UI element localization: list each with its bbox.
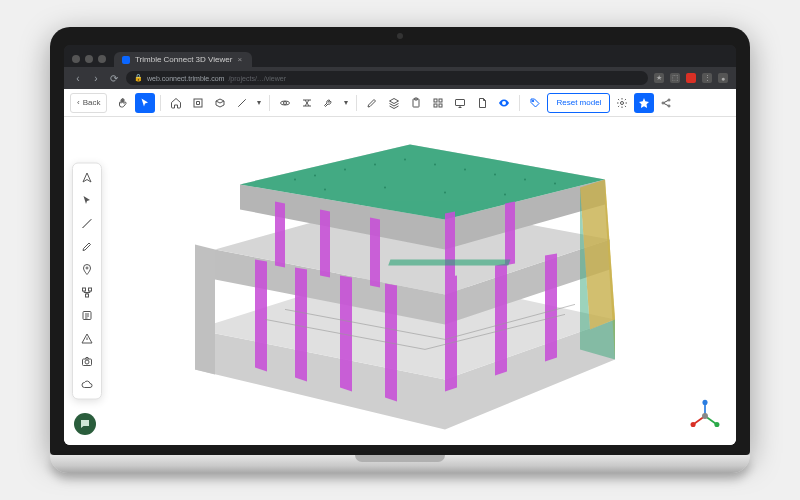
help-chat-icon[interactable]: [74, 413, 96, 435]
svg-point-27: [434, 163, 436, 165]
url-field[interactable]: 🔒 web.connect.trimble.com /projects/…/vi…: [126, 71, 648, 85]
svg-point-12: [662, 102, 664, 104]
browser-address-bar: ‹ › ⟳ 🔒 web.connect.trimble.com /project…: [64, 67, 736, 89]
svg-marker-46: [275, 201, 285, 267]
tab-favicon-icon: [122, 56, 130, 64]
laptop-mockup: Trimble Connect 3D Viewer × ‹ › ⟳ 🔒 web.…: [50, 27, 750, 473]
orbit-icon[interactable]: [275, 93, 295, 113]
svg-point-63: [85, 360, 89, 364]
favorite-icon[interactable]: [634, 93, 654, 113]
svg-rect-59: [89, 288, 92, 291]
svg-rect-6: [439, 99, 442, 102]
chevron-down-icon[interactable]: ▾: [254, 93, 264, 113]
window-controls[interactable]: [72, 55, 106, 63]
svg-rect-55: [388, 259, 510, 265]
hand-icon[interactable]: [113, 93, 133, 113]
markup-pen-icon[interactable]: [76, 236, 98, 258]
svg-point-13: [668, 99, 670, 101]
forward-icon[interactable]: ›: [90, 73, 102, 84]
home-icon[interactable]: [166, 93, 186, 113]
svg-marker-44: [495, 263, 507, 375]
model-point-cloud: [145, 117, 655, 439]
svg-point-35: [504, 193, 506, 195]
svg-point-24: [344, 168, 346, 170]
svg-rect-0: [194, 99, 202, 107]
url-host: web.connect.trimble.com: [147, 75, 224, 82]
fit-to-view-icon[interactable]: [188, 93, 208, 113]
issue-pin-icon[interactable]: [76, 259, 98, 281]
navigate-icon[interactable]: [76, 167, 98, 189]
svg-rect-8: [439, 104, 442, 107]
grid-icon[interactable]: [428, 93, 448, 113]
svg-point-33: [384, 186, 386, 188]
close-tab-icon[interactable]: ×: [237, 55, 242, 64]
browser-tabstrip: Trimble Connect 3D Viewer ×: [64, 45, 736, 67]
chevron-left-icon: ‹: [77, 98, 80, 107]
back-button[interactable]: ‹ Back: [70, 93, 107, 113]
svg-point-30: [524, 178, 526, 180]
svg-marker-48: [370, 217, 380, 287]
svg-point-29: [494, 173, 496, 175]
svg-point-26: [404, 158, 406, 160]
clipboard-icon[interactable]: [406, 93, 426, 113]
lock-icon: 🔒: [134, 74, 143, 82]
camera-icon[interactable]: [76, 351, 98, 373]
markup-icon[interactable]: [362, 93, 382, 113]
extension-icon[interactable]: [686, 73, 696, 83]
axes-gizmo[interactable]: [688, 399, 722, 433]
model-tree-icon[interactable]: [76, 282, 98, 304]
properties-icon[interactable]: [76, 305, 98, 327]
reload-icon[interactable]: ⟳: [108, 73, 120, 84]
cloud-sync-icon[interactable]: [76, 374, 98, 396]
clip-plane-icon[interactable]: [297, 93, 317, 113]
svg-point-69: [691, 422, 696, 427]
tools-icon[interactable]: [319, 93, 339, 113]
browser-extensions: ★ ⬚ ⋮ ●: [654, 73, 728, 83]
laptop-notch: [355, 455, 445, 462]
svg-marker-40: [295, 267, 307, 381]
svg-marker-49: [445, 211, 455, 279]
svg-marker-45: [545, 253, 557, 361]
profile-icon[interactable]: ●: [718, 73, 728, 83]
svg-point-32: [324, 188, 326, 190]
back-icon[interactable]: ‹: [72, 73, 84, 84]
section-box-icon[interactable]: [210, 93, 230, 113]
url-path: /projects/…/viewer: [228, 75, 286, 82]
visibility-icon[interactable]: [494, 93, 514, 113]
laptop-base: [50, 455, 750, 473]
svg-rect-58: [83, 288, 86, 291]
reset-model-button[interactable]: Reset model: [547, 93, 610, 113]
svg-marker-39: [255, 259, 267, 371]
clash-icon[interactable]: [76, 328, 98, 350]
extension-icon[interactable]: ⋮: [702, 73, 712, 83]
measure-distance-icon[interactable]: [76, 213, 98, 235]
reset-label: Reset model: [556, 98, 601, 107]
viewport-3d[interactable]: [64, 117, 736, 445]
share-icon[interactable]: [656, 93, 676, 113]
svg-point-31: [554, 182, 556, 184]
viewer-app: ‹ Back ▾ ▾: [64, 89, 736, 445]
extension-icon[interactable]: ⬚: [670, 73, 680, 83]
svg-point-70: [702, 413, 708, 419]
cursor-icon[interactable]: [135, 93, 155, 113]
svg-rect-7: [434, 104, 437, 107]
browser-tab[interactable]: Trimble Connect 3D Viewer ×: [114, 52, 252, 67]
presentation-icon[interactable]: [450, 93, 470, 113]
measure-icon[interactable]: [232, 93, 252, 113]
svg-marker-43: [445, 275, 457, 391]
settings-icon[interactable]: [612, 93, 632, 113]
svg-rect-60: [86, 294, 89, 297]
svg-point-23: [314, 174, 316, 176]
tag-icon[interactable]: [525, 93, 545, 113]
chevron-down-icon[interactable]: ▾: [341, 93, 351, 113]
select-icon[interactable]: [76, 190, 98, 212]
svg-point-25: [374, 163, 376, 165]
tab-title: Trimble Connect 3D Viewer: [135, 55, 232, 64]
back-label: Back: [83, 98, 101, 107]
extension-icon[interactable]: ★: [654, 73, 664, 83]
svg-point-22: [294, 178, 296, 180]
svg-marker-47: [320, 209, 330, 277]
document-icon[interactable]: [472, 93, 492, 113]
layers-icon[interactable]: [384, 93, 404, 113]
svg-marker-56: [195, 244, 215, 374]
